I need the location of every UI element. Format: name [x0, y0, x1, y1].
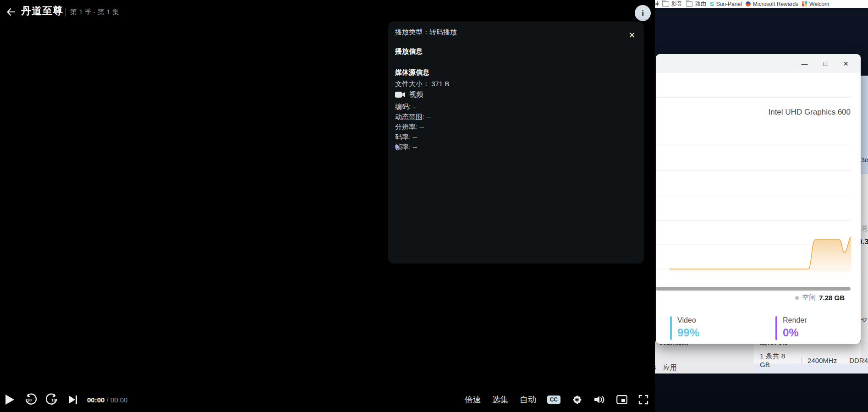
- row-divider: [656, 146, 851, 146]
- close-button[interactable]: ✕: [835, 54, 856, 73]
- info-button[interactable]: i: [635, 5, 651, 21]
- time-total: / 00:00: [104, 396, 127, 404]
- fullscreen-icon: [638, 395, 648, 405]
- next-episode-icon: [68, 395, 78, 405]
- render-stat-label: Render: [783, 316, 807, 324]
- video-stream-row: 视频: [395, 90, 423, 99]
- video-camera-icon: [395, 92, 405, 98]
- file-size: 文件大小： 371 B: [395, 80, 449, 88]
- memory-sticks: 1 条共 8 GB: [760, 352, 795, 368]
- window-buttons: — □ ✕: [794, 54, 856, 73]
- sliver-text-03: 0.3: [861, 237, 868, 247]
- gpu-memory-chart: [656, 226, 851, 272]
- cc-icon: CC: [547, 396, 560, 404]
- background-window-sliver-blue: 3e: [861, 76, 868, 174]
- background-window-sliver-gray: 总 0.3 Hz: [861, 174, 868, 344]
- dynamic-range-row: 动态范围: --: [395, 113, 431, 121]
- video-stat-bar: [670, 316, 672, 340]
- render-stat: Render 0%: [775, 316, 807, 340]
- memory-speed: 2400MHz: [808, 357, 837, 364]
- play-button[interactable]: [5, 394, 15, 405]
- chart-area-fill: [670, 237, 851, 272]
- horizontal-scrollbar[interactable]: [656, 287, 851, 291]
- skip-back-number: 10: [27, 398, 32, 402]
- bookmark-microsoft-rewards[interactable]: Microsoft Rewards: [746, 1, 798, 7]
- player-control-bar: 10 10 00:00 / 00:00: [0, 387, 655, 412]
- quality-auto-button[interactable]: 自动: [520, 394, 536, 405]
- time-current: 00:00: [87, 396, 104, 404]
- folder-icon: [686, 1, 693, 7]
- right-controls: 倍速 选集 自动 CC: [465, 387, 648, 412]
- screen: 丹道至尊 第 1 季 · 第 1 集 i ✕ 播放类型：转码播放 播放信息 媒体…: [0, 0, 868, 412]
- render-stat-bar: [775, 316, 777, 340]
- bookmark-luyou[interactable]: 路由: [686, 0, 706, 8]
- skip-back-button[interactable]: 10: [24, 393, 37, 406]
- gpu-name: Intel UHD Graphics 600: [768, 108, 851, 117]
- back-button[interactable]: [4, 5, 18, 19]
- memory-type: DDR4: [849, 357, 868, 364]
- playback-type: 播放类型：转码播放: [395, 28, 457, 37]
- bookmark-yingyin[interactable]: 影音: [662, 0, 682, 8]
- folder-icon: [662, 1, 669, 7]
- playback-info-heading: 播放信息: [395, 47, 423, 56]
- subtitles-button[interactable]: CC: [547, 396, 560, 404]
- desktop-right-region: 丰 影音 路由 S Sun-Panel Microsoft Rewards: [655, 0, 868, 412]
- clipped-apps-prefix: 3: [655, 363, 659, 371]
- time-display: 00:00 / 00:00: [87, 396, 127, 404]
- row-divider: [656, 170, 851, 171]
- idle-value: 7.28 GB: [819, 294, 845, 302]
- welcome-icon: [802, 1, 807, 6]
- playback-speed-button[interactable]: 倍速: [465, 394, 481, 405]
- minimize-button[interactable]: —: [794, 54, 815, 73]
- legend-dot-icon: [795, 296, 799, 300]
- separator: [801, 357, 802, 363]
- separator: [843, 357, 843, 363]
- memory-info-row: 1 条共 8 GB 2400MHz DDR4: [760, 352, 868, 368]
- row-divider: [656, 97, 851, 98]
- info-icon: i: [642, 9, 644, 18]
- row-divider: [656, 220, 851, 221]
- bookmark-partial[interactable]: 丰: [655, 0, 659, 8]
- episode-select-button[interactable]: 选集: [492, 394, 509, 405]
- settings-button[interactable]: [571, 394, 582, 405]
- background-window-bottom-strip: 资源概览 运行内存 1 条共 8 GB 2400MHz DDR4 3 应用: [655, 341, 868, 374]
- next-episode-button[interactable]: [68, 395, 78, 405]
- idle-memory-row: 空闲 7.28 GB: [795, 293, 845, 302]
- framerate-row: 帧率: --: [395, 143, 417, 152]
- video-subtitle: 第 1 季 · 第 1 集: [65, 8, 119, 16]
- picture-in-picture-button[interactable]: [616, 395, 627, 404]
- idle-label: 空闲: [802, 293, 816, 302]
- video-stat: Video 99%: [670, 316, 699, 340]
- resolution-row: 分辨率: --: [395, 123, 424, 132]
- maximize-button[interactable]: □: [815, 54, 835, 73]
- browser-bookmarks-bar: 丰 影音 路由 S Sun-Panel Microsoft Rewards: [655, 0, 868, 8]
- volume-button[interactable]: [593, 395, 605, 405]
- sliver-text-zong: 总: [861, 225, 868, 233]
- play-icon: [5, 394, 15, 405]
- row-divider: [656, 196, 851, 196]
- video-player[interactable]: 丹道至尊 第 1 季 · 第 1 集 i ✕ 播放类型：转码播放 播放信息 媒体…: [0, 0, 655, 412]
- playback-info-panel: ✕ 播放类型：转码播放 播放信息 媒体源信息 文件大小： 371 B 视频 编码…: [388, 22, 644, 264]
- left-controls: 10 10 00:00 / 00:00: [0, 393, 127, 406]
- gpu-monitor-window[interactable]: — □ ✕ Intel UHD Graphics 600: [656, 54, 861, 344]
- render-stat-value: 0%: [783, 326, 807, 339]
- skip-forward-number: 10: [51, 398, 56, 402]
- microsoft-rewards-icon: [746, 1, 751, 6]
- volume-icon: [593, 395, 605, 405]
- video-stat-value: 99%: [677, 326, 699, 339]
- bitrate-row: 码率: --: [395, 133, 417, 142]
- bookmark-sun-panel[interactable]: S Sun-Panel: [710, 0, 742, 7]
- close-icon: ✕: [628, 30, 635, 40]
- picture-in-picture-icon: [616, 395, 627, 404]
- panel-close-button[interactable]: ✕: [626, 30, 637, 41]
- video-stream-label: 视频: [409, 90, 423, 98]
- codec-row: 编码: --: [395, 103, 417, 111]
- sun-panel-icon: S: [710, 0, 714, 7]
- video-title: 丹道至尊: [21, 4, 63, 18]
- video-stat-label: Video: [677, 316, 699, 324]
- apps-label: 应用: [663, 363, 677, 372]
- skip-forward-button[interactable]: 10: [46, 393, 59, 406]
- bookmark-welcome[interactable]: Welcom: [802, 1, 829, 7]
- arrow-left-icon: [5, 6, 16, 17]
- fullscreen-button[interactable]: [638, 395, 648, 405]
